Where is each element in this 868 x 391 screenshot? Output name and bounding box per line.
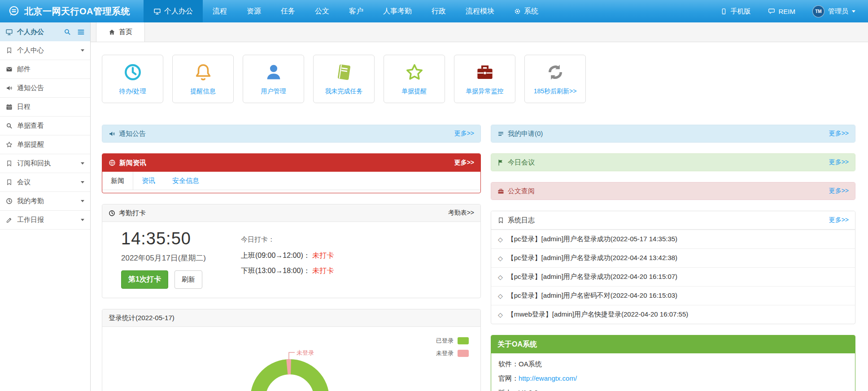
log-row[interactable]: ◇ 【pc登录】[admin]用户名密码不对(2022-04-20 16:15:…	[491, 286, 855, 305]
caret-down-icon	[81, 49, 84, 52]
menu-icon[interactable]	[77, 28, 85, 36]
sidebar-item-my-attendance[interactable]: 我的考勤	[0, 192, 90, 211]
nav-item-administration[interactable]: 行政	[422, 0, 456, 22]
sidebar-item-meetings[interactable]: 会议	[0, 173, 90, 192]
log-row[interactable]: ◇ 【mweb登录】[admin]用户名快捷登录(2022-04-20 16:0…	[491, 305, 855, 324]
tab-home[interactable]: 首页	[96, 22, 145, 42]
nav-item-documents[interactable]: 公文	[305, 0, 339, 22]
clock-icon	[123, 63, 142, 82]
punch-in-button[interactable]: 第1次打卡	[121, 270, 168, 289]
sidebar-item-mail[interactable]: 邮件	[0, 60, 90, 79]
system-log-more-link[interactable]: 更多>>	[829, 216, 849, 224]
diamond-icon: ◇	[498, 292, 503, 300]
shortcut-refresh-countdown[interactable]: 185秒后刷新>>	[524, 55, 586, 103]
sidebar-item-document-reminder[interactable]: 单据提醒	[0, 135, 90, 154]
chat-icon	[768, 8, 775, 15]
diamond-icon: ◇	[498, 236, 503, 243]
nav-item-resources[interactable]: 资源	[237, 0, 271, 22]
legend-swatch-pink	[458, 350, 469, 357]
monitor-icon	[5, 28, 13, 36]
about-body: 软件：OA系统 官网：http://ewangtx.com/ 版本：V1.9.8	[491, 353, 855, 391]
sidebar-item-document-view[interactable]: 单据查看	[0, 117, 90, 135]
flag-icon	[497, 159, 504, 166]
user-menu[interactable]: TM 管理员	[812, 5, 855, 17]
news-body	[102, 190, 480, 193]
nav-item-system[interactable]: 系统	[504, 0, 548, 22]
today-meetings-more-link[interactable]: 更多>>	[829, 158, 849, 166]
panel-document-review: 公文查阅 更多>>	[491, 182, 855, 200]
star-icon	[6, 141, 13, 148]
panel-title: 系统日志	[508, 216, 535, 225]
sidebar-item-daily-report[interactable]: 工作日报	[0, 211, 90, 230]
content: 待办/处理 提醒信息 用户管理 我未完成任务 单据提醒 单据异常监控	[91, 42, 868, 391]
official-site-link[interactable]: http://ewangtx.com/	[519, 374, 577, 382]
announcements-more-link[interactable]: 更多>>	[454, 130, 474, 138]
news-tab-security[interactable]: 安全信息	[164, 172, 208, 190]
nav-item-hr-attendance[interactable]: 人事考勤	[373, 0, 422, 22]
sidebar-item-schedule[interactable]: 日程	[0, 98, 90, 117]
shortcut-unfinished-tasks[interactable]: 我未完成任务	[313, 55, 375, 103]
panel-title: 考勤打卡	[119, 209, 146, 217]
globe-icon	[109, 159, 116, 166]
caret-down-icon	[81, 181, 84, 183]
panel-login-stats: 登录统计(2022-05-17) 未登录 已登录	[102, 309, 481, 391]
attendance-sheet-link[interactable]: 考勤表>>	[448, 209, 474, 217]
refresh-button[interactable]: 刷新	[174, 270, 202, 289]
bookmark-icon	[6, 179, 13, 186]
navbar-right: 手机版 REIM TM 管理员	[720, 0, 868, 22]
nav-item-customers[interactable]: 客户	[339, 0, 373, 22]
mobile-version-link[interactable]: 手机版	[720, 7, 751, 16]
nav-item-tasks[interactable]: 任务	[271, 0, 305, 22]
news-tabs: 新闻 资讯 安全信息	[102, 172, 480, 190]
monitor-icon	[153, 8, 161, 15]
caret-down-icon	[852, 10, 855, 13]
diamond-icon: ◇	[498, 311, 503, 318]
attendance-body: 14:35:50 2022年05月17日(星期二) 第1次打卡 刷新 今日打卡：…	[102, 222, 480, 298]
document-review-more-link[interactable]: 更多>>	[829, 187, 849, 195]
attendance-status-block: 今日打卡： 上班(09:00→12:00)： 未打卡 下班(13:00→18:0…	[241, 229, 334, 289]
current-time: 14:35:50	[121, 229, 206, 248]
edit-icon	[6, 217, 13, 223]
panel-attendance: 考勤打卡 考勤表>> 14:35:50 2022年05月17日(星期二) 第1次…	[102, 204, 481, 298]
main-menu: 个人办公 流程 资源 任务 公文 客户 人事考勤 行政 流程模块 系统	[144, 0, 548, 22]
sidebar-item-subscriptions[interactable]: 订阅和回执	[0, 154, 90, 173]
legend-swatch-green	[458, 337, 469, 344]
panel-title: 关于OA系统	[497, 340, 537, 349]
nav-item-workflow-modules[interactable]: 流程模块	[456, 0, 504, 22]
clock-icon	[6, 198, 13, 204]
caret-down-icon	[81, 219, 84, 221]
nav-item-personal-office[interactable]: 个人办公	[144, 0, 203, 22]
panel-title: 今日会议	[508, 158, 535, 167]
sidebar-item-personal-center[interactable]: 个人中心	[0, 41, 90, 60]
log-row[interactable]: ◇ 【pc登录】[admin]用户名登录成功(2022-04-20 16:15:…	[491, 267, 855, 286]
panel-news: 新闻资讯 更多>> 新闻 资讯 安全信息	[102, 153, 481, 193]
shortcut-reminders[interactable]: 提醒信息	[172, 55, 234, 103]
star-icon	[405, 63, 424, 82]
logo-speech-bubble-icon	[8, 5, 20, 17]
news-tab-news[interactable]: 新闻	[102, 172, 133, 190]
shortcut-document-reminder[interactable]: 单据提醒	[384, 55, 445, 103]
book-icon	[335, 63, 353, 82]
news-tab-info[interactable]: 资讯	[133, 172, 164, 190]
attendance-clock-block: 14:35:50 2022年05月17日(星期二) 第1次打卡 刷新	[121, 229, 206, 289]
log-row[interactable]: ◇ 【pc登录】[admin]用户名登录成功(2022-05-17 14:35:…	[491, 230, 855, 248]
panel-title: 通知公告	[119, 130, 146, 138]
shortcut-todo[interactable]: 待办/处理	[102, 55, 163, 103]
shortcut-user-management[interactable]: 用户管理	[243, 55, 304, 103]
panel-my-applications: 我的申请(0) 更多>>	[491, 125, 855, 143]
bookmark-icon	[497, 217, 504, 224]
reim-link[interactable]: REIM	[768, 8, 796, 15]
legend-logged-in: 已登录	[436, 337, 469, 345]
sidebar-item-announcements[interactable]: 通知公告	[0, 79, 90, 98]
panel-system-log: 系统日志 更多>> ◇ 【pc登录】[admin]用户名登录成功(2022-05…	[491, 211, 855, 324]
log-row[interactable]: ◇ 【pc登录】[admin]用户名登录成功(2022-04-24 13:42:…	[491, 248, 855, 267]
search-icon[interactable]	[64, 28, 71, 35]
my-applications-more-link[interactable]: 更多>>	[829, 130, 849, 138]
shortcut-anomaly-monitor[interactable]: 单据异常监控	[454, 55, 515, 103]
today-punch-label: 今日打卡：	[241, 235, 334, 244]
news-more-link[interactable]: 更多>>	[454, 159, 474, 167]
sidebar: 个人办公 个人中心 邮件 通知公告 日程 单据查看 单据提醒 订阅和回执 会议	[0, 22, 91, 391]
bell-icon	[194, 63, 213, 82]
app-brand[interactable]: 北京一网天行OA管理系统	[0, 0, 144, 22]
nav-item-workflow[interactable]: 流程	[203, 0, 237, 22]
